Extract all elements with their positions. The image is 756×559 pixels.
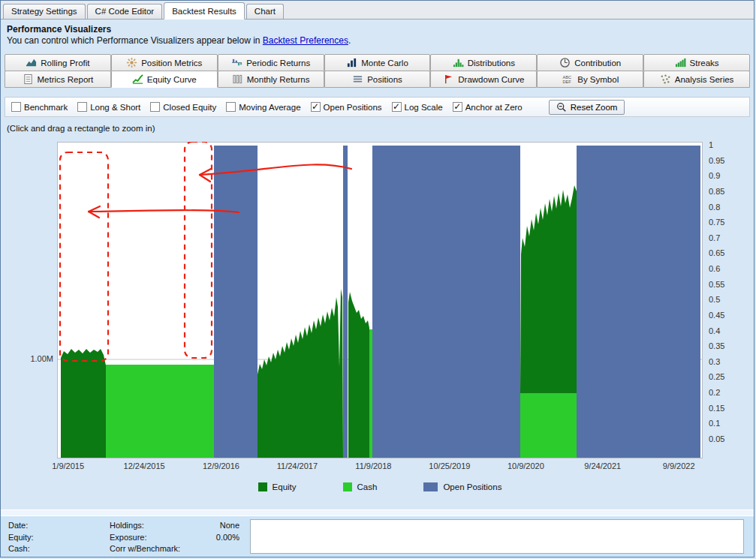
y-axis-tick-label: 0.95	[709, 156, 724, 165]
y-axis-tick-label: 0.55	[709, 280, 724, 289]
viz-tab-label: Distributions	[468, 59, 515, 68]
checkbox-open-positions[interactable]: ✓Open Positions	[311, 102, 382, 112]
viz-tab-label: Contribution	[574, 59, 621, 68]
legend-item-cash: Cash	[343, 482, 378, 491]
viz-tab-label: Metrics Report	[38, 75, 94, 84]
equity-area	[520, 185, 577, 393]
viz-tab-position-metrics[interactable]: Position Metrics	[111, 54, 218, 71]
zoom-hint-text: (Click and drag a rectangle to zoom in)	[7, 124, 754, 134]
viz-tab-distributions[interactable]: Distributions	[430, 54, 537, 71]
top-tabbar: Strategy Settings C# Code Editor Backtes…	[1, 1, 754, 20]
checkbox-anchor-at-zero[interactable]: ✓Anchor at Zero	[453, 102, 523, 112]
metrics-report-icon	[23, 74, 34, 85]
holdings-box	[250, 519, 744, 554]
viz-tab-label: By Symbol	[577, 75, 619, 84]
checkbox-label: Open Positions	[324, 103, 382, 112]
status-values: None 0.00%	[179, 520, 239, 543]
y-axis-tick-label: 0.25	[709, 372, 724, 381]
legend-label: Open Positions	[443, 482, 501, 491]
exposure-label: Exposure:	[110, 532, 180, 544]
splitter[interactable]	[1, 509, 754, 515]
equity-curve-icon	[132, 74, 143, 85]
y-axis-tick-label: 0.4	[709, 326, 720, 335]
analysis-series-icon	[660, 74, 671, 85]
viz-tab-label: Monte Carlo	[361, 59, 408, 68]
y-axis-tick-label: 0.7	[709, 233, 720, 242]
viz-tab-label: Periodic Returns	[246, 59, 310, 68]
equity-area	[258, 289, 343, 458]
positions-list-icon	[352, 74, 363, 85]
x-axis-tick-label: 11/24/2017	[266, 461, 329, 470]
tab-strategy-settings[interactable]: Strategy Settings	[3, 4, 86, 19]
reset-zoom-button[interactable]: Reset Zoom	[549, 100, 625, 115]
cash-area	[520, 393, 577, 458]
viz-tab-equity-curve[interactable]: Equity Curve	[111, 71, 218, 88]
checkbox-label: Closed Equity	[163, 103, 216, 112]
viz-tab-label: Rolling Profit	[41, 59, 89, 68]
annotation-arrowhead	[200, 175, 210, 182]
y-axis-tick-label: 0.6	[709, 264, 720, 273]
checkbox-label: Long & Short	[90, 103, 140, 112]
viz-tab-metrics-report[interactable]: Metrics Report	[5, 71, 111, 88]
reset-zoom-label: Reset Zoom	[571, 103, 618, 112]
x-axis-tick-label: 10/25/2019	[418, 461, 481, 470]
checkbox-long-and-short[interactable]: Long & Short	[77, 102, 140, 112]
viz-tab-monthly-returns[interactable]: Monthly Returns	[218, 71, 324, 88]
checkbox-closed-equity[interactable]: Closed Equity	[150, 102, 216, 112]
y-axis-tick-label: 0.35	[709, 341, 724, 350]
viz-tab-rolling-profit[interactable]: Rolling Profit	[5, 54, 111, 71]
monthly-returns-icon	[232, 74, 243, 85]
x-axis: 1/9/201512/24/201512/9/201611/24/201711/…	[57, 461, 703, 473]
equity-curve-panel: 1.00M 10.950.90.850.80.750.70.650.60.550…	[1, 136, 754, 509]
viz-tab-monte-carlo[interactable]: Monte Carlo	[324, 54, 431, 71]
checkbox-box: ✓	[392, 102, 402, 112]
viz-tab-positions[interactable]: Positions	[324, 71, 431, 88]
x-axis-tick-label: 11/9/2018	[342, 461, 405, 470]
checkbox-benchmark[interactable]: Benchmark	[11, 102, 68, 112]
holdings-value: None	[179, 520, 239, 532]
checkbox-box	[11, 102, 21, 112]
equity-area	[61, 349, 106, 458]
x-axis-tick-label: 10/9/2020	[494, 461, 557, 470]
checkbox-box	[150, 102, 160, 112]
y-axis-tick-label: 0.15	[709, 404, 724, 413]
tab-chart[interactable]: Chart	[246, 4, 284, 19]
viz-tab-streaks[interactable]: Streaks	[643, 54, 750, 71]
exposure-value: 0.00%	[179, 532, 239, 544]
viz-tab-contribution[interactable]: Contribution	[537, 54, 643, 71]
y-axis-tick-label: 0.2	[709, 388, 720, 397]
viz-tab-periodic-returns[interactable]: Periodic Returns	[218, 54, 324, 71]
tab-backtest-results[interactable]: Backtest Results	[164, 2, 245, 20]
viz-tab-by-symbol[interactable]: ABCDEF By Symbol	[537, 71, 643, 88]
checkbox-log-scale[interactable]: ✓Log Scale	[392, 102, 443, 112]
x-axis-tick-label: 12/9/2016	[189, 461, 252, 470]
y-axis-tick-label: 1	[709, 140, 713, 149]
checkbox-label: Anchor at Zero	[465, 103, 523, 112]
visualizer-tab-row-2: Metrics Report Equity Curve Monthly Retu…	[5, 71, 750, 88]
periodic-returns-icon	[231, 57, 242, 68]
open-positions-band	[577, 146, 700, 458]
cash-legend-swatch	[343, 482, 352, 491]
backtest-preferences-link[interactable]: Backtest Preferences	[263, 35, 348, 46]
x-axis-tick-label: 9/9/2022	[647, 461, 710, 470]
y-axis-right: 10.950.90.850.80.750.70.650.60.550.50.45…	[706, 142, 752, 458]
checkbox-label: Log Scale	[405, 103, 443, 112]
open-positions-band	[214, 146, 258, 458]
checkbox-box	[226, 102, 236, 112]
page-subtitle: You can control which Performance Visual…	[7, 35, 748, 47]
checkbox-moving-average[interactable]: Moving Average	[226, 102, 300, 112]
checkbox-box: ✓	[453, 102, 462, 112]
by-symbol-abc-icon: ABCDEF	[562, 74, 574, 85]
tab-csharp-code-editor[interactable]: C# Code Editor	[87, 4, 163, 19]
x-axis-tick-label: 9/24/2021	[571, 461, 634, 470]
viz-tab-analysis-series[interactable]: Analysis Series	[643, 71, 750, 88]
y-axis-tick-label: 0.45	[709, 311, 724, 320]
y-axis-tick-label: 0.5	[709, 295, 720, 304]
y-axis-left-label: 1.00M	[20, 354, 53, 363]
equity-curve-plot[interactable]	[57, 142, 703, 458]
y-axis-tick-label: 0.75	[709, 218, 724, 227]
y-axis-tick-label: 0.05	[709, 434, 724, 443]
visualizer-tab-row-1: Rolling Profit Position Metrics Periodic…	[5, 54, 750, 71]
viz-tab-drawdown-curve[interactable]: Drawdown Curve	[430, 71, 537, 88]
checkbox-label: Moving Average	[239, 103, 300, 112]
